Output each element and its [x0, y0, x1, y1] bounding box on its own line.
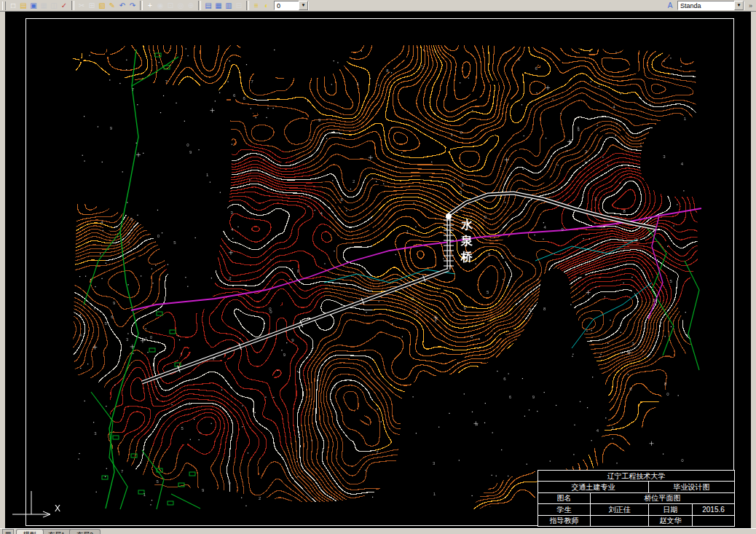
open-icon[interactable]: ▤	[18, 1, 28, 10]
layout-tabbar: ▦ 模型 布局1 布局2	[0, 528, 756, 534]
tab-model[interactable]: 模型	[16, 529, 44, 534]
redo-icon[interactable]: ↷	[127, 1, 138, 10]
ucs-x-label: X	[55, 503, 60, 514]
main-toolbar: □▤▣▦◫✓✂⊞▧✎↶↷+◉⊡◎⊕▤▦▥⊟≡◐ 0 ▾ A Standa ▾ »	[0, 0, 756, 12]
titleblock-date-label: 日期	[649, 504, 693, 515]
text-style-dropdown[interactable]: Standa ▾	[677, 1, 744, 10]
toolbar-separator	[71, 1, 74, 10]
text-style-value: Standa	[678, 2, 734, 9]
titleblock-advisor-label: 指导教师	[538, 515, 591, 526]
zoom-previous-icon[interactable]: ◎	[176, 1, 186, 10]
titleblock-advisor-name: 赵文华	[649, 515, 693, 526]
model-space[interactable]: 辽宁工程技术大学 交通土建专业 毕业设计图 图名 桥位平面图 学生 刘正佳 日期…	[5, 12, 751, 528]
titleblock-major: 交通土建专业	[538, 482, 649, 492]
save-icon[interactable]: ▣	[28, 1, 39, 10]
topo-map-canvas[interactable]	[69, 42, 703, 510]
toolbar-grip[interactable]	[2, 1, 6, 10]
layer-bulb-icon[interactable]: ◐	[261, 1, 272, 10]
titleblock-student-label: 学生	[538, 504, 591, 515]
layer-dropdown[interactable]: 0 ▾	[274, 1, 309, 10]
toolbar-separator	[246, 1, 249, 10]
toolbar-icon-strip: □▤▣▦◫✓✂⊞▧✎↶↷+◉⊡◎⊕▤▦▥⊟≡◐	[8, 1, 272, 10]
undo-icon[interactable]: ↶	[117, 1, 127, 10]
cut-icon[interactable]: ✂	[76, 1, 87, 10]
text-style-arrow-icon[interactable]: ▾	[734, 1, 744, 10]
new-icon[interactable]: □	[8, 1, 18, 10]
titleblock-project-type: 毕业设计图	[649, 482, 735, 492]
title-block: 辽宁工程技术大学 交通土建专业 毕业设计图 图名 桥位平面图 学生 刘正佳 日期…	[538, 470, 734, 527]
titleblock-empty-cell	[591, 515, 649, 526]
properties-icon[interactable]: ▤	[203, 1, 213, 10]
autocad-window: □▤▣▦◫✓✂⊞▧✎↶↷+◉⊡◎⊕▤▦▥⊟≡◐ 0 ▾ A Standa ▾ »…	[0, 0, 756, 534]
titleblock-student-name: 刘正佳	[591, 504, 649, 515]
toolbar-overflow-icon[interactable]: »	[747, 2, 755, 9]
titleblock-name-label: 图名	[538, 492, 591, 503]
spell-check-icon[interactable]: ✓	[59, 1, 69, 10]
titleblock-university: 辽宁工程技术大学	[538, 471, 735, 482]
toolbar-separator	[198, 1, 201, 10]
zoom-window-icon[interactable]: ⊡	[165, 1, 176, 10]
toolbar-right-strip: A	[665, 1, 675, 10]
tool-palettes-icon[interactable]: ▥	[224, 1, 234, 10]
layout-grid-icon[interactable]: ▦	[2, 529, 14, 534]
titleblock-date-value: 2015.6	[693, 504, 735, 515]
plot-icon[interactable]: ▦	[39, 1, 49, 10]
titleblock-table: 辽宁工程技术大学 交通土建专业 毕业设计图 图名 桥位平面图 学生 刘正佳 日期…	[538, 470, 735, 527]
zoom-realtime-icon[interactable]: ◉	[155, 1, 165, 10]
tab-layout2[interactable]: 布局2	[69, 529, 101, 534]
text-style-icon[interactable]: A	[665, 1, 675, 10]
titleblock-empty-cell	[693, 515, 735, 526]
tab-layout1[interactable]: 布局1	[41, 529, 72, 534]
plot-preview-icon[interactable]: ◫	[49, 1, 59, 10]
layer-properties-icon[interactable]: ≡	[251, 1, 261, 10]
pan-icon[interactable]: +	[145, 1, 155, 10]
zoom-extents-icon[interactable]: ⊕	[186, 1, 196, 10]
toolbar-separator	[140, 1, 143, 10]
match-properties-icon[interactable]: ✎	[107, 1, 117, 10]
layer-dropdown-value: 0	[275, 2, 299, 9]
ucs-icon: X	[9, 490, 75, 525]
layer-dropdown-arrow-icon[interactable]: ▾	[299, 1, 308, 10]
designcenter-icon[interactable]: ▦	[213, 1, 224, 10]
paste-icon[interactable]: ▧	[97, 1, 107, 10]
copy-icon[interactable]: ⊞	[87, 1, 97, 10]
quick-calc-icon[interactable]: ⊟	[234, 1, 244, 10]
titleblock-drawing-name: 桥位平面图	[591, 492, 735, 503]
